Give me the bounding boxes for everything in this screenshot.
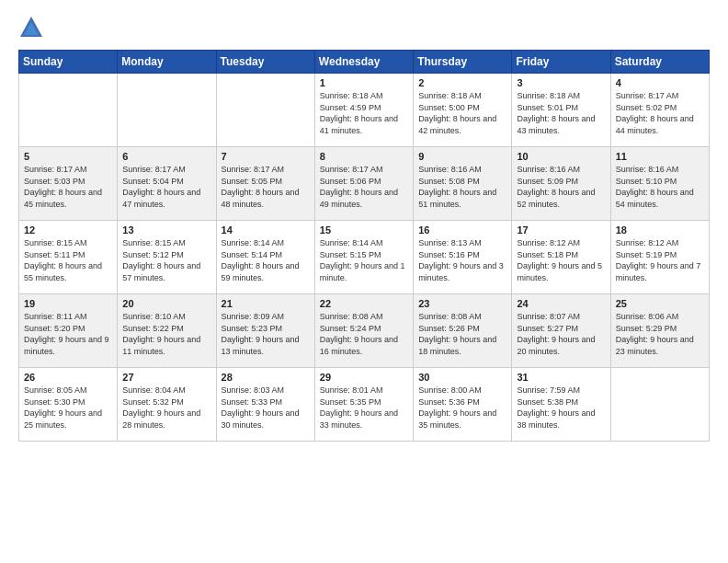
calendar-header: SundayMondayTuesdayWednesdayThursdayFrid…	[19, 51, 710, 74]
day-info: Sunrise: 8:07 AM Sunset: 5:27 PM Dayligh…	[517, 311, 605, 357]
day-number: 30	[418, 372, 506, 383]
weekday-header-thursday: Thursday	[414, 51, 512, 74]
calendar-cell: 15Sunrise: 8:14 AM Sunset: 5:15 PM Dayli…	[314, 221, 413, 294]
calendar-cell: 24Sunrise: 8:07 AM Sunset: 5:27 PM Dayli…	[512, 294, 610, 368]
calendar-week-5: 26Sunrise: 8:05 AM Sunset: 5:30 PM Dayli…	[19, 368, 710, 442]
day-info: Sunrise: 8:13 AM Sunset: 5:16 PM Dayligh…	[418, 237, 506, 283]
day-number: 10	[517, 151, 605, 162]
calendar-cell	[19, 74, 118, 147]
day-number: 2	[418, 77, 506, 88]
day-number: 15	[320, 224, 408, 236]
day-info: Sunrise: 8:05 AM Sunset: 5:30 PM Dayligh…	[24, 385, 112, 431]
calendar-cell	[118, 74, 216, 147]
day-info: Sunrise: 8:12 AM Sunset: 5:19 PM Dayligh…	[616, 237, 704, 283]
day-info: Sunrise: 8:14 AM Sunset: 5:14 PM Dayligh…	[222, 237, 310, 283]
calendar-cell: 11Sunrise: 8:16 AM Sunset: 5:10 PM Dayli…	[610, 147, 709, 221]
calendar-cell: 16Sunrise: 8:13 AM Sunset: 5:16 PM Dayli…	[414, 221, 512, 294]
day-info: Sunrise: 8:11 AM Sunset: 5:20 PM Dayligh…	[24, 311, 112, 357]
day-number: 18	[616, 224, 704, 236]
day-info: Sunrise: 8:10 AM Sunset: 5:22 PM Dayligh…	[122, 311, 210, 357]
day-info: Sunrise: 8:17 AM Sunset: 5:03 PM Dayligh…	[24, 164, 112, 210]
calendar-cell: 7Sunrise: 8:17 AM Sunset: 5:05 PM Daylig…	[216, 147, 314, 221]
calendar-cell: 29Sunrise: 8:01 AM Sunset: 5:35 PM Dayli…	[314, 368, 413, 442]
day-number: 19	[24, 298, 112, 309]
calendar-week-1: 1Sunrise: 8:18 AM Sunset: 4:59 PM Daylig…	[19, 74, 710, 147]
day-number: 11	[616, 151, 704, 162]
day-number: 1	[320, 77, 408, 88]
day-number: 4	[616, 77, 704, 88]
calendar-cell: 1Sunrise: 8:18 AM Sunset: 4:59 PM Daylig…	[314, 74, 413, 147]
day-number: 21	[222, 298, 310, 309]
calendar-cell: 3Sunrise: 8:18 AM Sunset: 5:01 PM Daylig…	[512, 74, 610, 147]
weekday-header-tuesday: Tuesday	[216, 51, 314, 74]
day-number: 16	[418, 224, 506, 236]
day-info: Sunrise: 8:09 AM Sunset: 5:23 PM Dayligh…	[222, 311, 310, 357]
weekday-header-monday: Monday	[118, 51, 216, 74]
day-info: Sunrise: 8:16 AM Sunset: 5:09 PM Dayligh…	[517, 164, 605, 210]
day-number: 3	[517, 77, 605, 88]
calendar-cell: 5Sunrise: 8:17 AM Sunset: 5:03 PM Daylig…	[19, 147, 118, 221]
day-info: Sunrise: 8:03 AM Sunset: 5:33 PM Dayligh…	[222, 385, 310, 431]
day-number: 24	[517, 298, 605, 309]
day-number: 17	[517, 224, 605, 236]
day-info: Sunrise: 8:04 AM Sunset: 5:32 PM Dayligh…	[122, 385, 210, 431]
page: SundayMondayTuesdayWednesdayThursdayFrid…	[0, 0, 728, 563]
day-number: 28	[222, 372, 310, 383]
day-info: Sunrise: 8:15 AM Sunset: 5:11 PM Dayligh…	[24, 237, 112, 283]
weekday-header-wednesday: Wednesday	[314, 51, 413, 74]
day-number: 22	[320, 298, 408, 309]
day-number: 12	[24, 224, 112, 236]
day-info: Sunrise: 8:16 AM Sunset: 5:10 PM Dayligh…	[616, 164, 704, 210]
day-number: 27	[122, 372, 210, 383]
day-number: 6	[122, 151, 210, 162]
day-info: Sunrise: 8:17 AM Sunset: 5:06 PM Dayligh…	[320, 164, 408, 210]
calendar-week-4: 19Sunrise: 8:11 AM Sunset: 5:20 PM Dayli…	[19, 294, 710, 368]
day-number: 29	[320, 372, 408, 383]
day-number: 14	[222, 224, 310, 236]
calendar-cell: 19Sunrise: 8:11 AM Sunset: 5:20 PM Dayli…	[19, 294, 118, 368]
calendar-cell: 30Sunrise: 8:00 AM Sunset: 5:36 PM Dayli…	[414, 368, 512, 442]
day-number: 5	[24, 151, 112, 162]
day-info: Sunrise: 8:17 AM Sunset: 5:04 PM Dayligh…	[122, 164, 210, 210]
calendar-cell: 12Sunrise: 8:15 AM Sunset: 5:11 PM Dayli…	[19, 221, 118, 294]
day-number: 9	[418, 151, 506, 162]
calendar-cell: 21Sunrise: 8:09 AM Sunset: 5:23 PM Dayli…	[216, 294, 314, 368]
day-info: Sunrise: 8:18 AM Sunset: 5:01 PM Dayligh…	[517, 90, 605, 136]
calendar-cell	[610, 368, 709, 442]
day-info: Sunrise: 8:01 AM Sunset: 5:35 PM Dayligh…	[320, 385, 408, 431]
weekday-header-sunday: Sunday	[19, 51, 118, 74]
weekday-header-saturday: Saturday	[610, 51, 709, 74]
calendar-cell: 17Sunrise: 8:12 AM Sunset: 5:18 PM Dayli…	[512, 221, 610, 294]
calendar-cell: 22Sunrise: 8:08 AM Sunset: 5:24 PM Dayli…	[314, 294, 413, 368]
day-number: 8	[320, 151, 408, 162]
day-info: Sunrise: 8:08 AM Sunset: 5:26 PM Dayligh…	[418, 311, 506, 357]
day-info: Sunrise: 8:14 AM Sunset: 5:15 PM Dayligh…	[320, 237, 408, 283]
weekday-header-friday: Friday	[512, 51, 610, 74]
calendar-cell: 31Sunrise: 7:59 AM Sunset: 5:38 PM Dayli…	[512, 368, 610, 442]
calendar-cell: 6Sunrise: 8:17 AM Sunset: 5:04 PM Daylig…	[118, 147, 216, 221]
calendar-cell: 10Sunrise: 8:16 AM Sunset: 5:09 PM Dayli…	[512, 147, 610, 221]
calendar-cell: 25Sunrise: 8:06 AM Sunset: 5:29 PM Dayli…	[610, 294, 709, 368]
calendar-cell: 20Sunrise: 8:10 AM Sunset: 5:22 PM Dayli…	[118, 294, 216, 368]
day-number: 25	[616, 298, 704, 309]
day-number: 20	[122, 298, 210, 309]
day-info: Sunrise: 8:12 AM Sunset: 5:18 PM Dayligh…	[517, 237, 605, 283]
calendar-cell: 4Sunrise: 8:17 AM Sunset: 5:02 PM Daylig…	[610, 74, 709, 147]
day-number: 7	[222, 151, 310, 162]
calendar-cell: 18Sunrise: 8:12 AM Sunset: 5:19 PM Dayli…	[610, 221, 709, 294]
calendar-cell	[216, 74, 314, 147]
day-number: 31	[517, 372, 605, 383]
calendar-cell: 2Sunrise: 8:18 AM Sunset: 5:00 PM Daylig…	[414, 74, 512, 147]
day-info: Sunrise: 7:59 AM Sunset: 5:38 PM Dayligh…	[517, 385, 605, 431]
calendar-cell: 14Sunrise: 8:14 AM Sunset: 5:14 PM Dayli…	[216, 221, 314, 294]
day-info: Sunrise: 8:17 AM Sunset: 5:02 PM Dayligh…	[616, 90, 704, 136]
calendar-cell: 8Sunrise: 8:17 AM Sunset: 5:06 PM Daylig…	[314, 147, 413, 221]
day-info: Sunrise: 8:15 AM Sunset: 5:12 PM Dayligh…	[122, 237, 210, 283]
calendar-table: SundayMondayTuesdayWednesdayThursdayFrid…	[18, 50, 710, 442]
day-number: 23	[418, 298, 506, 309]
weekday-header-row: SundayMondayTuesdayWednesdayThursdayFrid…	[19, 51, 710, 74]
day-info: Sunrise: 8:18 AM Sunset: 4:59 PM Dayligh…	[320, 90, 408, 136]
calendar-cell: 26Sunrise: 8:05 AM Sunset: 5:30 PM Dayli…	[19, 368, 118, 442]
day-info: Sunrise: 8:17 AM Sunset: 5:05 PM Dayligh…	[222, 164, 310, 210]
day-info: Sunrise: 8:06 AM Sunset: 5:29 PM Dayligh…	[616, 311, 704, 357]
